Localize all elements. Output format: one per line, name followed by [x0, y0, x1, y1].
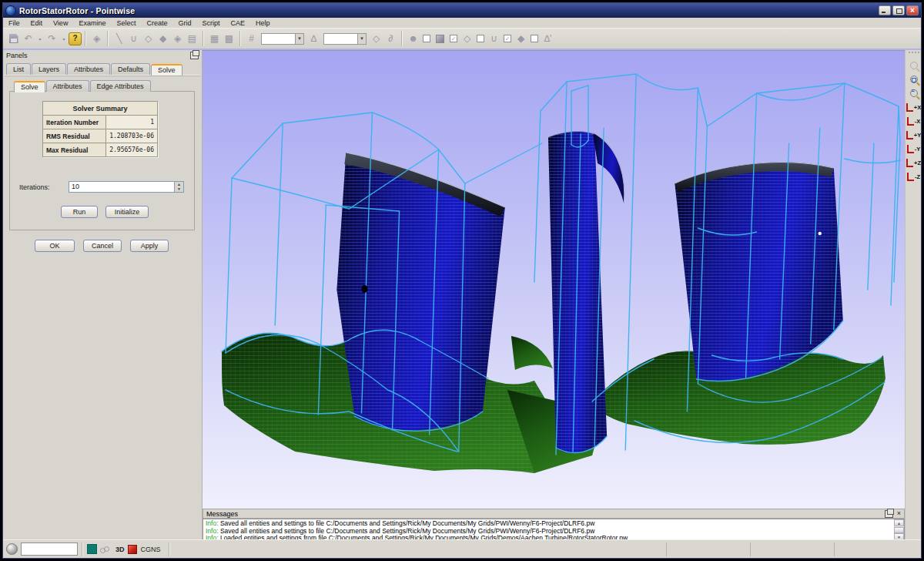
app-icon	[5, 5, 16, 16]
angle-combobox[interactable]: ▼	[323, 33, 367, 45]
menu-cae[interactable]: CAE	[225, 18, 250, 28]
apply-button[interactable]: Apply	[130, 240, 169, 252]
zoom-to-fit-button[interactable]	[906, 72, 922, 86]
undo-button[interactable]: ↶	[21, 32, 35, 46]
scroll-up-icon[interactable]: ▲	[894, 519, 904, 526]
create-domain-button[interactable]: ◇	[141, 32, 156, 46]
iterations-stepper[interactable]: 10 ▲▼	[69, 181, 184, 193]
menu-select[interactable]: Select	[111, 18, 141, 28]
view-plus-x-button[interactable]: +X	[906, 100, 922, 114]
chevron-down-icon[interactable]: ▼	[357, 34, 366, 44]
ok-button[interactable]: OK	[35, 240, 75, 252]
save-button[interactable]	[6, 32, 21, 46]
domains-visibility-checkbox[interactable]	[477, 35, 484, 42]
tab-attributes[interactable]: Attributes	[67, 63, 110, 75]
subtab-edge-attributes[interactable]: Edge Attributes	[90, 80, 151, 92]
messages-scrollbar[interactable]: ▲ ▼	[894, 519, 904, 540]
cae-solver-label: CGNS	[141, 546, 161, 553]
chevron-down-icon[interactable]: ▼	[295, 34, 303, 44]
messages-log[interactable]: Info: Saved all entities and settings to…	[203, 519, 905, 541]
close-icon[interactable]: ×	[897, 510, 901, 517]
redo-dropdown[interactable]: ▾	[59, 32, 69, 46]
initialize-button[interactable]: Initialize	[105, 206, 149, 218]
menu-file[interactable]: File	[3, 18, 25, 28]
restore-button[interactable]	[892, 5, 905, 15]
messages-header: Messages ×	[203, 509, 905, 519]
tab-layers[interactable]: Layers	[32, 63, 66, 75]
status-cell	[666, 543, 750, 556]
shaded-visibility-checkbox[interactable]	[423, 35, 430, 42]
viewport-3d[interactable]	[203, 50, 905, 509]
command-entry[interactable]	[21, 543, 78, 556]
menu-grid[interactable]: Grid	[172, 18, 196, 28]
subtab-attributes[interactable]: Attributes	[46, 80, 89, 92]
view-plus-z-button[interactable]: +Z	[906, 156, 922, 170]
zoom-button[interactable]	[906, 59, 922, 72]
view-minus-x-button[interactable]: -X	[906, 114, 922, 128]
float-panel-icon[interactable]	[885, 510, 893, 518]
statusbar: 3D CGNS	[3, 539, 921, 558]
shaded-view-button[interactable]: ☻	[406, 32, 420, 46]
menu-create[interactable]: Create	[141, 18, 172, 28]
structured-grid-button[interactable]: ▦	[207, 32, 222, 46]
stepper-arrows-icon[interactable]: ▲▼	[174, 182, 183, 192]
help-button[interactable]: ?	[69, 32, 82, 45]
blocks-view-button[interactable]	[433, 32, 447, 46]
view-minus-z-button[interactable]: -Z	[906, 170, 922, 183]
redo-button[interactable]: ↷	[45, 32, 59, 46]
points-view-button[interactable]: ∆'	[541, 32, 555, 46]
derivative-button[interactable]: ∂	[383, 32, 398, 46]
float-panel-icon[interactable]	[190, 52, 199, 59]
menu-edit[interactable]: Edit	[25, 18, 49, 28]
menu-examine[interactable]: Examine	[73, 18, 111, 28]
subtab-solve[interactable]: Solve	[14, 81, 45, 92]
toolbar-grip[interactable]	[909, 52, 919, 57]
menu-help[interactable]: Help	[250, 18, 276, 28]
cancel-button[interactable]: Cancel	[83, 240, 122, 252]
unstructured-grid-button[interactable]: ▩	[222, 32, 236, 46]
highlight-point-marker	[819, 232, 822, 235]
create-block-button[interactable]: ◈	[170, 32, 185, 46]
screen: { "window": { "title": "RotorStatorRotor…	[0, 0, 924, 561]
titlebar[interactable]: RotorStatorRotor - Pointwise ×	[3, 3, 921, 18]
dimension-combobox[interactable]: ▼	[261, 33, 304, 45]
connectors-view-button[interactable]: ∪	[487, 32, 501, 46]
status-separator	[169, 543, 170, 556]
domains-view-button[interactable]: ◇	[460, 32, 474, 46]
blocks-visibility-checkbox[interactable]: ✓	[450, 35, 457, 42]
viewport-3d-scene	[203, 51, 905, 509]
create-curve-button[interactable]: ∪	[126, 32, 141, 46]
view-minus-y-button[interactable]: -Y	[906, 142, 922, 156]
tab-solve[interactable]: Solve	[151, 64, 182, 76]
row-label: RMS Residual	[43, 129, 106, 143]
assemble-block-button[interactable]: ▤	[185, 32, 199, 46]
zoom-actual-button[interactable]	[906, 86, 922, 100]
close-button[interactable]: ×	[906, 5, 919, 15]
solve-pane: Solver Summary Iteration Number 1 RMS Re…	[9, 91, 195, 230]
create-unstructured-domain-button[interactable]: ◆	[156, 32, 170, 46]
spacing-button[interactable]: ◇	[369, 32, 383, 46]
scroll-thumb[interactable]	[894, 527, 904, 533]
undo-dropdown[interactable]: ▾	[35, 32, 45, 46]
database-visibility-checkbox[interactable]	[531, 35, 538, 42]
menu-view[interactable]: View	[48, 18, 73, 28]
main-toolbar: ↶ ▾ ↷ ▾ ? ◈ ╲ ∪ ◇ ◆ ◈ ▤ ▦ ▩ # ▼ ∆ ▼ ◇ ∂ …	[3, 28, 921, 49]
run-button[interactable]: Run	[61, 206, 98, 218]
status-sphere-icon	[6, 543, 18, 555]
tab-list[interactable]: List	[6, 63, 31, 75]
tab-defaults[interactable]: Defaults	[111, 63, 150, 75]
view-plus-y-button[interactable]: +Y	[906, 128, 922, 142]
menu-script[interactable]: Script	[196, 18, 225, 28]
connectors-visibility-checkbox[interactable]: ✓	[504, 35, 511, 42]
axis-icon	[906, 131, 913, 139]
create-connector-button[interactable]: ╲	[112, 32, 126, 46]
status-sections	[666, 540, 918, 558]
layer-stack-button[interactable]: ◈	[89, 32, 104, 46]
minimize-button[interactable]	[879, 5, 891, 15]
axis-icon	[907, 145, 914, 153]
link-icon	[100, 546, 109, 553]
view-toolbar: +X -X +Y -Y +Z -Z	[905, 50, 922, 541]
toolbar-separator	[239, 31, 241, 46]
dimension-label: 3D	[116, 546, 125, 553]
database-view-button[interactable]: ◆	[514, 32, 528, 46]
